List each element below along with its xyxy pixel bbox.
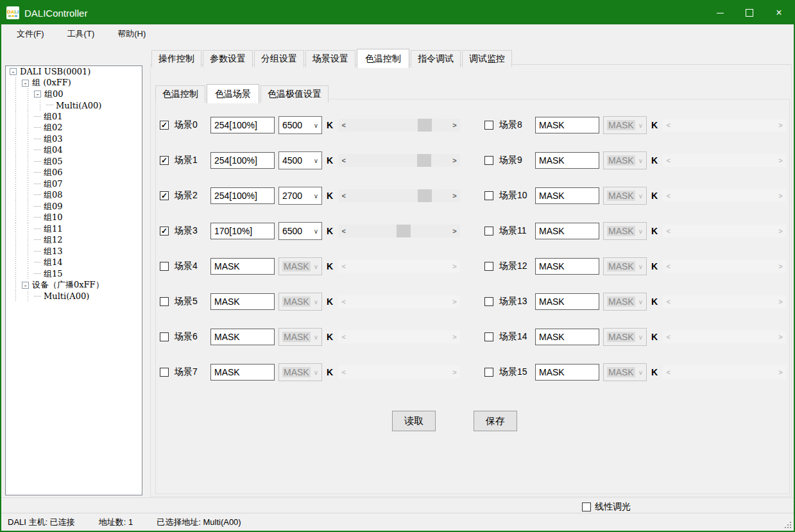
scroll-thumb[interactable] bbox=[418, 119, 432, 132]
kelvin-scrollbar[interactable]: <> bbox=[663, 225, 786, 237]
tree-item[interactable]: 组12 bbox=[6, 235, 142, 246]
device-tree[interactable]: -DALI USB(0001)-组 (0xFF)-组00Multi(A00)组0… bbox=[5, 65, 142, 495]
kelvin-scrollbar[interactable]: <> bbox=[663, 154, 786, 167]
kelvin-dropdown[interactable]: 2700∨ bbox=[278, 187, 322, 205]
scene-checkbox[interactable] bbox=[484, 121, 493, 130]
scene-checkbox[interactable] bbox=[160, 368, 169, 377]
scroll-track[interactable] bbox=[349, 154, 449, 167]
scroll-left-icon[interactable]: < bbox=[663, 330, 674, 343]
tree-item[interactable]: 组02 bbox=[6, 123, 142, 134]
kelvin-scrollbar[interactable]: <> bbox=[663, 260, 786, 273]
kelvin-dropdown[interactable]: MASK∨ bbox=[603, 187, 647, 205]
kelvin-scrollbar[interactable]: <> bbox=[338, 119, 460, 132]
kelvin-scrollbar[interactable]: <> bbox=[338, 330, 460, 343]
tree-item[interactable]: 组15 bbox=[6, 268, 142, 280]
tree-item-label[interactable]: 组04 bbox=[42, 144, 64, 156]
scene-level-input[interactable] bbox=[210, 293, 275, 310]
main-tab-4[interactable]: 色温控制 bbox=[357, 49, 409, 68]
scroll-left-icon[interactable]: < bbox=[338, 295, 349, 308]
tree-item-label[interactable]: 组10 bbox=[42, 212, 64, 223]
scroll-track[interactable] bbox=[674, 154, 775, 167]
tree-item[interactable]: 组03 bbox=[6, 133, 142, 145]
scroll-left-icon[interactable]: < bbox=[663, 119, 674, 132]
scene-checkbox[interactable] bbox=[484, 297, 493, 306]
scroll-thumb[interactable] bbox=[418, 189, 432, 202]
scroll-track[interactable] bbox=[349, 189, 449, 202]
tree-item-label[interactable]: 组09 bbox=[42, 201, 64, 212]
main-tab-1[interactable]: 参数设置 bbox=[203, 50, 253, 67]
scene-level-input[interactable] bbox=[210, 152, 275, 169]
scene-checkbox[interactable] bbox=[484, 191, 493, 200]
tree-item-label[interactable]: 组08 bbox=[42, 189, 64, 201]
scroll-left-icon[interactable]: < bbox=[338, 366, 349, 379]
minimize-button[interactable] bbox=[705, 1, 735, 24]
kelvin-dropdown[interactable]: 6500∨ bbox=[278, 222, 322, 240]
tree-item-label[interactable]: 组02 bbox=[42, 122, 64, 133]
scroll-track[interactable] bbox=[349, 366, 449, 379]
menu-item[interactable]: 帮助(H) bbox=[110, 26, 153, 42]
tree-item[interactable]: 组01 bbox=[6, 111, 142, 123]
scroll-left-icon[interactable]: < bbox=[663, 225, 674, 237]
scene-checkbox[interactable] bbox=[484, 368, 493, 377]
tree-item[interactable]: Multi(A00) bbox=[6, 291, 142, 302]
scroll-right-icon[interactable]: > bbox=[775, 295, 786, 308]
scroll-right-icon[interactable]: > bbox=[775, 225, 786, 237]
tree-item[interactable]: 组13 bbox=[6, 246, 142, 257]
read-button[interactable]: 读取 bbox=[392, 411, 436, 431]
tree-collapse-icon[interactable]: - bbox=[22, 80, 29, 87]
tree-item[interactable]: 组06 bbox=[6, 167, 142, 179]
scene-level-input[interactable] bbox=[535, 152, 599, 169]
scroll-left-icon[interactable]: < bbox=[338, 330, 349, 343]
tree-item-label[interactable]: 组13 bbox=[42, 246, 64, 257]
scene-level-input[interactable] bbox=[210, 117, 275, 133]
kelvin-dropdown[interactable]: 6500∨ bbox=[278, 116, 322, 134]
scene-level-input[interactable] bbox=[210, 364, 275, 381]
scroll-right-icon[interactable]: > bbox=[449, 260, 460, 273]
tree-item[interactable]: 组09 bbox=[6, 201, 142, 212]
kelvin-scrollbar[interactable]: <> bbox=[338, 189, 460, 202]
scene-level-input[interactable] bbox=[535, 364, 599, 381]
scene-checkbox[interactable]: ✓ bbox=[160, 227, 169, 236]
tree-item[interactable]: -设备（广播0xFF） bbox=[6, 280, 142, 291]
scroll-thumb[interactable] bbox=[417, 154, 431, 167]
kelvin-dropdown[interactable]: MASK∨ bbox=[278, 293, 322, 311]
kelvin-dropdown[interactable]: MASK∨ bbox=[603, 328, 647, 346]
tree-collapse-icon[interactable]: - bbox=[34, 90, 41, 98]
scene-level-input[interactable] bbox=[210, 258, 275, 275]
scroll-track[interactable] bbox=[349, 119, 449, 132]
tree-item-label[interactable]: DALI USB(0001) bbox=[19, 67, 92, 76]
scroll-right-icon[interactable]: > bbox=[449, 330, 460, 343]
scene-checkbox[interactable] bbox=[160, 262, 169, 271]
linear-dimming-checkbox[interactable] bbox=[582, 502, 591, 511]
tree-item-label[interactable]: 组15 bbox=[42, 268, 64, 280]
kelvin-scrollbar[interactable]: <> bbox=[338, 366, 460, 379]
tree-item[interactable]: 组10 bbox=[6, 212, 142, 224]
scroll-right-icon[interactable]: > bbox=[449, 189, 460, 202]
kelvin-scrollbar[interactable]: <> bbox=[338, 260, 460, 273]
scroll-track[interactable] bbox=[674, 295, 775, 308]
maximize-button[interactable] bbox=[735, 1, 764, 24]
scroll-right-icon[interactable]: > bbox=[775, 330, 786, 343]
save-button[interactable]: 保存 bbox=[474, 411, 517, 431]
sub-tab-2[interactable]: 色温极值设置 bbox=[261, 85, 329, 103]
tree-item[interactable]: -组 (0xFF) bbox=[6, 78, 142, 89]
scroll-left-icon[interactable]: < bbox=[663, 189, 674, 202]
scroll-right-icon[interactable]: > bbox=[449, 295, 460, 308]
tree-item[interactable]: -组00 bbox=[6, 89, 142, 100]
kelvin-dropdown[interactable]: MASK∨ bbox=[603, 363, 647, 381]
tree-item-label[interactable]: 设备（广播0xFF） bbox=[31, 279, 105, 291]
scene-checkbox[interactable] bbox=[484, 156, 493, 165]
tree-item-label[interactable]: 组03 bbox=[42, 133, 64, 145]
sub-tab-0[interactable]: 色温控制 bbox=[155, 85, 205, 103]
scroll-track[interactable] bbox=[349, 295, 449, 308]
tree-item-label[interactable]: 组01 bbox=[42, 111, 64, 123]
kelvin-scrollbar[interactable]: <> bbox=[663, 189, 786, 202]
kelvin-dropdown[interactable]: MASK∨ bbox=[603, 257, 647, 275]
tree-item-label[interactable]: 组 (0xFF) bbox=[31, 77, 73, 89]
scroll-track[interactable] bbox=[674, 260, 775, 273]
tree-item-label[interactable]: 组11 bbox=[42, 223, 64, 235]
kelvin-dropdown[interactable]: MASK∨ bbox=[278, 257, 322, 275]
scene-level-input[interactable] bbox=[535, 329, 599, 345]
kelvin-dropdown[interactable]: MASK∨ bbox=[278, 328, 322, 346]
menu-item[interactable]: 文件(F) bbox=[9, 26, 52, 42]
